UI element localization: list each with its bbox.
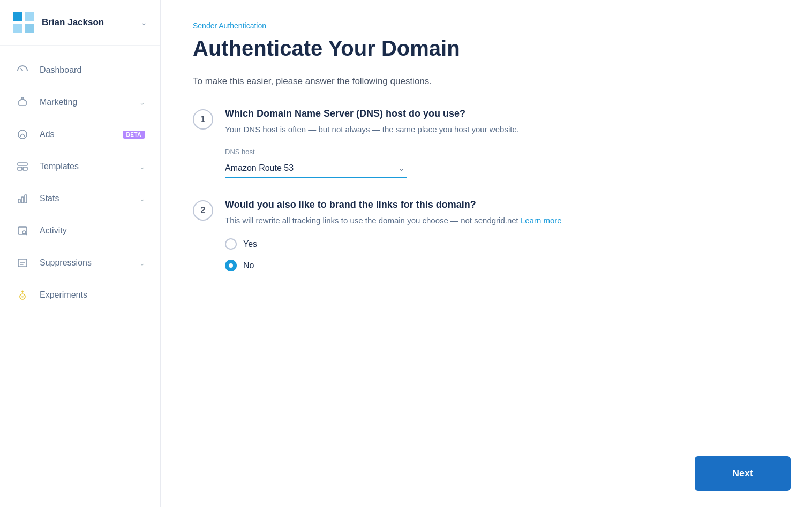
question-1-desc: Your DNS host is often — but not always … (225, 124, 780, 136)
svg-rect-11 (25, 195, 27, 203)
radio-no-label: No (243, 261, 254, 270)
sidebar-item-dashboard[interactable]: Dashboard (0, 54, 160, 86)
brand-links-radio-group: Yes No (225, 238, 780, 271)
marketing-icon (15, 95, 30, 110)
svg-rect-9 (18, 199, 20, 203)
sidebar-item-label: Marketing (40, 97, 139, 107)
page-subtitle: To make this easier, please answer the f… (193, 76, 780, 87)
sidebar-item-experiments[interactable]: Experiments (0, 279, 160, 311)
question-1-number: 1 (193, 109, 213, 130)
sidebar-item-stats[interactable]: Stats ⌄ (0, 183, 160, 215)
dns-host-select-wrapper: Amazon Route 53 GoDaddy Cloudflare Namec… (225, 159, 407, 178)
stats-icon (15, 191, 30, 206)
breadcrumb: Sender Authentication (193, 21, 780, 30)
sidebar-item-ads[interactable]: Ads BETA (0, 118, 160, 150)
svg-rect-7 (18, 167, 22, 170)
page-title: Authenticate Your Domain (193, 36, 780, 60)
radio-yes-label: Yes (243, 239, 257, 249)
footer: Next (161, 445, 812, 507)
sidebar-item-marketing[interactable]: Marketing ⌄ (0, 86, 160, 118)
question-2-title: Would you also like to brand the links f… (225, 199, 780, 210)
sidebar-item-suppressions[interactable]: Suppressions ⌄ (0, 247, 160, 279)
sidebar-item-label: Experiments (40, 290, 145, 300)
question-2-block: 2 Would you also like to brand the links… (193, 199, 780, 272)
radio-no-circle (225, 260, 237, 271)
radio-yes[interactable]: Yes (225, 238, 780, 250)
sidebar-item-label: Stats (40, 194, 139, 203)
svg-rect-10 (21, 197, 24, 203)
templates-icon (15, 159, 30, 174)
dashboard-icon (15, 63, 30, 78)
question-2-content: Would you also like to brand the links f… (225, 199, 780, 272)
radio-no[interactable]: No (225, 260, 780, 271)
sidebar-item-label: Suppressions (40, 258, 139, 268)
suppressions-chevron-icon: ⌄ (139, 259, 145, 267)
learn-more-link[interactable]: Learn more (521, 216, 562, 225)
svg-rect-14 (18, 259, 27, 267)
activity-icon (15, 223, 30, 238)
radio-yes-circle (225, 238, 237, 250)
sidebar-item-activity[interactable]: Activity (0, 215, 160, 247)
sidebar-item-label: Dashboard (40, 65, 145, 75)
beta-badge: BETA (123, 131, 145, 139)
divider (193, 293, 780, 293)
suppressions-icon (15, 255, 30, 270)
question-1-title: Which Domain Name Server (DNS) host do y… (225, 108, 780, 119)
experiments-icon (15, 287, 30, 302)
marketing-chevron-icon: ⌄ (139, 99, 145, 107)
sidebar-item-label: Ads (40, 130, 118, 139)
user-header[interactable]: Brian Jackson ⌄ (0, 0, 160, 46)
user-chevron-icon: ⌄ (141, 18, 147, 27)
user-name: Brian Jackson (42, 17, 141, 28)
question-1-content: Which Domain Name Server (DNS) host do y… (225, 108, 780, 178)
next-button[interactable]: Next (695, 456, 791, 491)
svg-point-16 (21, 296, 24, 298)
ads-icon (15, 127, 30, 142)
app-logo (13, 12, 34, 33)
templates-chevron-icon: ⌄ (139, 163, 145, 171)
sidebar-item-label: Templates (40, 162, 139, 171)
svg-rect-2 (13, 24, 22, 33)
sidebar: Brian Jackson ⌄ Dashboard Marketing ⌄ Ad… (0, 0, 161, 507)
question-2-desc-text: This will rewrite all tracking links to … (225, 216, 518, 225)
sidebar-item-label: Activity (40, 226, 145, 236)
svg-rect-0 (13, 12, 22, 21)
dns-host-select[interactable]: Amazon Route 53 GoDaddy Cloudflare Namec… (225, 159, 407, 178)
main-content: Sender Authentication Authenticate Your … (161, 0, 812, 507)
question-1-block: 1 Which Domain Name Server (DNS) host do… (193, 108, 780, 178)
svg-rect-6 (18, 163, 27, 165)
svg-rect-1 (25, 12, 34, 21)
sidebar-nav: Dashboard Marketing ⌄ Ads BETA Templates… (0, 46, 160, 507)
sidebar-item-templates[interactable]: Templates ⌄ (0, 150, 160, 183)
stats-chevron-icon: ⌄ (139, 195, 145, 203)
question-2-number: 2 (193, 200, 213, 221)
dns-host-label: DNS host (225, 148, 780, 156)
svg-rect-8 (23, 167, 27, 170)
svg-rect-3 (25, 24, 34, 33)
question-2-desc: This will rewrite all tracking links to … (225, 215, 780, 227)
